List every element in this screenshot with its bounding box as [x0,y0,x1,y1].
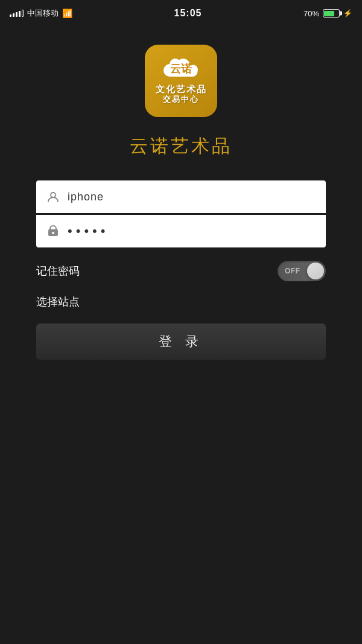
cloud-icon: 云诺 [160,57,202,81]
time-display: 15:05 [174,8,202,19]
carrier-text: 中国移动 [27,8,59,19]
battery-percent: 70% [303,9,319,18]
password-field[interactable]: ••••• [36,215,326,247]
app-icon-line1: 文化艺术品 [156,84,207,95]
battery-icon [323,9,340,18]
username-value: iphone [68,191,316,203]
status-right: 70% ⚡ [303,9,352,18]
remember-label: 记住密码 [36,264,80,278]
username-field[interactable]: iphone [36,180,326,213]
login-button-label: 登 录 [159,333,203,351]
toggle-off-label: OFF [285,267,300,275]
lock-icon [46,225,60,237]
status-bar: 中国移动 📶 15:05 70% ⚡ [0,0,362,27]
app-icon: 云诺 文化艺术品 交易中心 [145,45,217,117]
status-left: 中国移动 📶 [10,8,72,19]
svg-text:云诺: 云诺 [170,63,192,75]
form-container: iphone ••••• [36,180,326,247]
remember-row: 记住密码 OFF [36,261,326,281]
toggle-knob [307,263,324,279]
svg-point-1 [51,193,56,197]
user-icon [46,191,60,203]
password-value: ••••• [68,223,109,239]
charging-icon: ⚡ [343,9,352,18]
remember-toggle[interactable]: OFF [278,261,326,281]
select-site-row[interactable]: 选择站点 [36,295,326,309]
signal-icon [10,10,24,17]
login-button[interactable]: 登 录 [36,324,326,360]
wifi-icon: 📶 [62,8,72,18]
app-title: 云诺艺术品 [130,134,232,159]
select-site-label: 选择站点 [36,296,80,308]
app-icon-text: 文化艺术品 交易中心 [156,84,207,104]
main-content: 云诺 文化艺术品 交易中心 云诺艺术品 iphone [0,27,362,360]
app-icon-line2: 交易中心 [163,95,199,104]
